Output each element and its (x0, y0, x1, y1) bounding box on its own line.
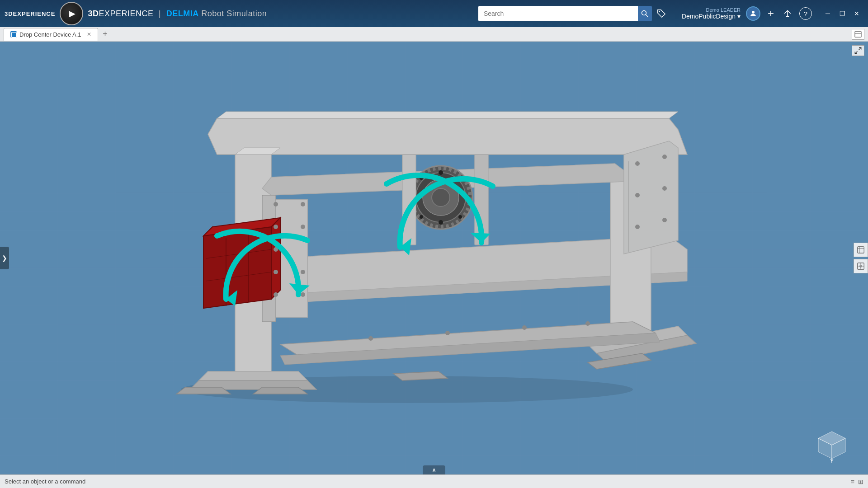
svg-point-65 (662, 186, 667, 191)
svg-point-41 (420, 215, 423, 219)
sidebar-tool-1-icon (857, 246, 864, 253)
search-container (478, 5, 668, 22)
add-button[interactable]: + (766, 5, 776, 22)
status-message: Select an object or a command (5, 478, 85, 485)
viewport-expand-button[interactable] (852, 45, 864, 56)
svg-point-52 (301, 270, 305, 274)
svg-point-63 (662, 155, 667, 159)
svg-point-49 (274, 292, 278, 297)
user-section: Demo LEADER DemoPublicDesign ▾ (682, 7, 741, 20)
role-label: Demo LEADER (706, 7, 741, 13)
tab-label: Drop Center Device A.1 (19, 31, 81, 38)
active-tab[interactable]: Drop Center Device A.1 ✕ (4, 28, 98, 41)
restore-button[interactable]: ❐ (835, 9, 849, 19)
nav-cube-svg (814, 429, 850, 465)
svg-line-76 (859, 47, 861, 50)
app-logo: 3DEXPERIENCE (5, 10, 55, 17)
title-module: Robot Simulation (201, 9, 267, 18)
statusbar: Select an object or a command ≡ ⊞ (0, 474, 868, 488)
tag-icon (656, 9, 666, 19)
svg-point-42 (458, 215, 462, 219)
3dexperience-label: 3DEXPERIENCE (5, 10, 55, 17)
sidebar-icon-1[interactable] (854, 243, 868, 257)
svg-point-0 (642, 11, 646, 15)
title-experience: EXPERIENCE (99, 9, 153, 18)
title-separator: | (159, 9, 161, 18)
statusbar-icon-2: ⊞ (858, 478, 863, 485)
close-button[interactable]: ✕ (850, 9, 863, 19)
add-tab-button[interactable]: + (100, 29, 111, 40)
svg-marker-73 (253, 387, 307, 394)
dropdown-arrow-icon: ▾ (737, 13, 741, 20)
svg-point-2 (659, 11, 660, 12)
topbar: 3DEXPERIENCE 3DEXPERIENCE | DELMIA Robot… (0, 0, 868, 27)
svg-point-50 (301, 202, 305, 206)
svg-point-51 (301, 225, 305, 229)
play-button[interactable] (60, 2, 83, 25)
window-controls: ─ ❐ ✕ (821, 9, 863, 19)
svg-rect-78 (858, 247, 864, 253)
chevron-up-icon: ∧ (432, 466, 436, 474)
username-label: DemoPublicDesign (682, 13, 736, 20)
svg-point-66 (635, 225, 640, 229)
user-dropdown[interactable]: DemoPublicDesign ▾ (682, 13, 741, 20)
sidebar-tool-2-icon (857, 263, 864, 270)
user-avatar-button[interactable] (746, 6, 760, 21)
svg-point-59 (585, 321, 590, 326)
left-panel-toggle[interactable]: ❯ (0, 247, 9, 269)
svg-line-77 (855, 52, 857, 54)
svg-point-46 (274, 225, 278, 229)
expand-icon (854, 31, 862, 38)
tab-close-icon[interactable]: ✕ (87, 31, 91, 38)
svg-point-56 (368, 336, 373, 341)
svg-point-45 (274, 202, 278, 206)
svg-line-1 (646, 15, 648, 17)
statusbar-right: ≡ ⊞ (851, 478, 863, 485)
navigation-cube[interactable] (814, 429, 850, 465)
expand-icon (854, 47, 862, 55)
svg-marker-60 (624, 141, 678, 254)
svg-point-62 (635, 161, 640, 166)
chevron-right-icon: ❯ (2, 254, 7, 262)
right-sidebar (854, 243, 868, 273)
tabbar: Drop Center Device A.1 ✕ + (0, 27, 868, 42)
svg-point-64 (635, 193, 640, 197)
svg-point-33 (432, 188, 450, 206)
share-button[interactable] (781, 7, 794, 20)
tag-icon-button[interactable] (655, 5, 668, 22)
minimize-button[interactable]: ─ (821, 9, 835, 19)
svg-marker-7 (208, 118, 687, 155)
statusbar-icon-1: ≡ (851, 478, 854, 485)
right-controls: Demo LEADER DemoPublicDesign ▾ + ? (682, 5, 812, 22)
sidebar-icon-2[interactable] (854, 259, 868, 273)
svg-point-58 (522, 325, 527, 330)
svg-point-35 (439, 170, 443, 175)
title-3d: 3D (88, 9, 99, 18)
svg-point-53 (301, 292, 305, 297)
svg-marker-13 (199, 371, 307, 380)
svg-point-3 (752, 11, 755, 14)
help-button[interactable]: ? (799, 7, 812, 20)
app-title: 3DEXPERIENCE | DELMIA Robot Simulation (88, 9, 267, 19)
svg-marker-8 (217, 112, 678, 118)
viewport[interactable]: ❯ (0, 42, 868, 474)
svg-point-36 (439, 220, 443, 225)
svg-marker-25 (271, 218, 280, 299)
search-button[interactable] (638, 6, 652, 21)
expand-view-button[interactable] (852, 29, 864, 40)
bottom-panel-toggle[interactable]: ∧ (423, 465, 445, 474)
svg-rect-4 (855, 31, 861, 37)
svg-point-57 (445, 331, 450, 335)
svg-point-67 (662, 218, 667, 222)
tab-file-icon (10, 31, 17, 38)
svg-point-48 (274, 270, 278, 274)
search-icon (641, 10, 648, 17)
title-delmia: DELMIA (166, 9, 199, 18)
svg-marker-72 (176, 387, 231, 394)
share-icon (783, 9, 792, 18)
user-icon (749, 9, 757, 18)
3d-model (45, 64, 769, 403)
search-input[interactable] (478, 6, 638, 21)
